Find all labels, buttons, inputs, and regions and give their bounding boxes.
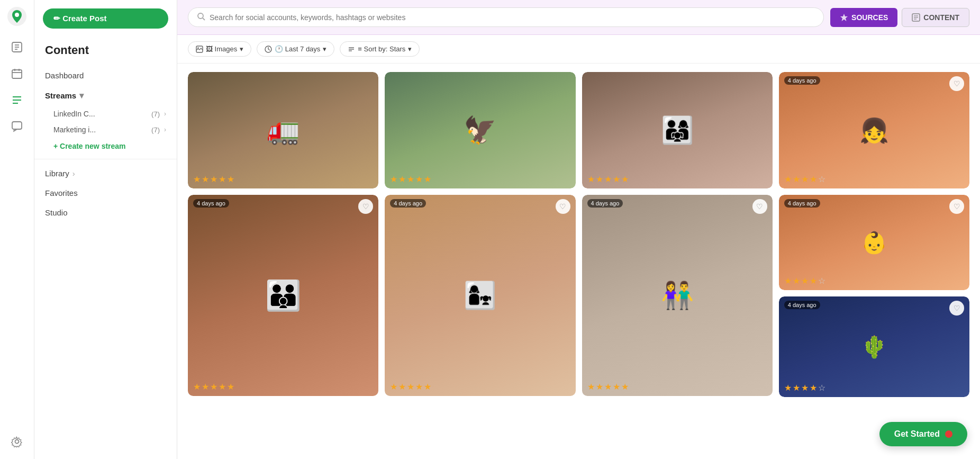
nav-item-library[interactable]: Library › [34,164,177,183]
streams-chevron-icon: ▾ [79,91,84,101]
filter-sort-label: ≡ Sort by: Stars [358,45,405,53]
filter-date-label: 🕐 Last 7 days [275,45,320,53]
svg-point-14 [15,440,19,444]
filter-sort-button[interactable]: ≡ Sort by: Stars ▾ [340,41,420,57]
stars-child-right: ★★★★☆ [784,276,825,286]
stars-couple: ★★★★★ [587,382,629,392]
icon-sidebar [0,0,34,459]
image-card-mom-child[interactable]: 👩‍👧 4 days ago ♡ ★★★★★ [385,195,575,397]
filter-images-button[interactable]: 🖼 Images ▾ [188,41,251,57]
image-card-child1[interactable]: 👧 4 days ago ♡ ★★★★☆ [779,72,969,188]
app-logo [7,6,27,26]
content-label: CONTENT [923,13,959,22]
image-card-couple[interactable]: 👫 4 days ago ♡ ★★★★★ [582,195,773,397]
nav-title: Content [34,39,177,66]
svg-line-25 [268,49,270,50]
nav-sub-linkedin[interactable]: LinkedIn C... (7) › [34,106,177,122]
library-chevron-icon: › [72,169,75,178]
heart-button-desert[interactable]: ♡ [949,301,964,316]
svg-point-22 [197,47,198,48]
timestamp-desert: 4 days ago [784,301,820,309]
main-area: SOURCES CONTENT 🖼 Images ▾ [177,0,980,459]
stars-child1: ★★★★☆ [784,174,825,184]
sources-button[interactable]: SOURCES [830,8,897,27]
marketing-chevron-icon: › [164,126,166,133]
search-icon [197,12,205,22]
image-card-desert[interactable]: 🌵 4 days ago ♡ ★★★★☆ [779,296,969,397]
sidebar-icon-chat[interactable] [6,115,28,138]
image-grid: 🚛 ★★★★★ 🦅 ★★★★★ 👨‍👩‍👧 ★★★★★ [177,64,980,459]
stars-desert: ★★★★☆ [784,383,825,393]
heart-button-mom-child[interactable]: ♡ [556,199,570,214]
svg-point-1 [15,13,19,17]
timestamp-child-right: 4 days ago [784,199,820,208]
stars-family1: ★★★★★ [587,174,629,184]
sidebar-icon-create[interactable] [6,36,28,58]
filter-images-label: 🖼 Images [206,45,237,53]
image-card-family2[interactable]: 👪 4 days ago ♡ ★★★★★ [188,195,378,397]
stars-truck: ★★★★★ [193,174,234,184]
stars-birds: ★★★★★ [390,174,431,184]
favorites-label: Favorites [45,188,78,197]
filter-bar: 🖼 Images ▾ 🕐 Last 7 days ▾ ≡ Sort by: St… [177,35,980,64]
linkedin-meta: (7) › [151,110,166,118]
filter-sort-chevron-icon: ▾ [408,45,412,53]
marketing-meta: (7) › [151,126,166,134]
nav-item-favorites[interactable]: Favorites [34,183,177,203]
heart-button-child-right[interactable]: ♡ [949,199,964,214]
timestamp-couple: 4 days ago [587,199,623,208]
create-new-stream-link[interactable]: + Create new stream [34,138,177,155]
svg-rect-13 [12,122,22,129]
get-started-button[interactable]: Get Started [879,422,967,446]
get-started-dot [945,430,952,438]
nav-item-streams[interactable]: Streams ▾ [34,85,177,106]
left-nav: ✏ Create Post Content Dashboard Streams … [34,0,177,459]
sidebar-icon-gear[interactable] [6,430,28,453]
filter-date-button[interactable]: 🕐 Last 7 days ▾ [257,41,334,57]
svg-rect-6 [12,70,22,78]
linkedin-label: LinkedIn C... [53,110,95,118]
search-box[interactable] [188,7,824,27]
top-bar: SOURCES CONTENT [177,0,980,35]
create-post-button[interactable]: ✏ Create Post [43,8,168,29]
heart-button-child1[interactable]: ♡ [949,76,964,91]
stars-family2: ★★★★★ [193,382,234,392]
svg-line-16 [203,18,205,20]
image-card-family1[interactable]: 👨‍👩‍👧 ★★★★★ [582,72,773,188]
linkedin-chevron-icon: › [164,110,166,118]
stars-mom-child: ★★★★★ [390,382,431,392]
image-card-child-right[interactable]: 👶 4 days ago ♡ ★★★★☆ [779,195,969,290]
library-label: Library [45,169,69,178]
streams-label: Streams [45,91,76,100]
heart-button-couple[interactable]: ♡ [752,199,767,214]
dashboard-label: Dashboard [45,71,84,80]
sidebar-icon-calendar[interactable] [6,62,28,85]
timestamp-family2: 4 days ago [193,199,229,208]
get-started-label: Get Started [894,429,940,439]
studio-label: Studio [45,208,68,217]
marketing-label: Marketing i... [53,125,96,134]
image-card-truck[interactable]: 🚛 ★★★★★ [188,72,378,188]
filter-images-chevron-icon: ▾ [240,45,243,53]
content-button[interactable]: CONTENT [902,8,969,27]
svg-point-15 [198,13,203,19]
filter-date-chevron-icon: ▾ [323,45,326,53]
image-card-birds[interactable]: 🦅 ★★★★★ [385,72,575,188]
timestamp-child1: 4 days ago [784,76,820,85]
nav-item-studio[interactable]: Studio [34,203,177,222]
top-bar-buttons: SOURCES CONTENT [830,8,969,27]
nav-divider-1 [34,159,177,159]
sources-label: SOURCES [851,13,888,22]
search-input[interactable] [210,13,815,22]
right-col-cards: 👶 4 days ago ♡ ★★★★☆ 🌵 4 days ago ♡ ★★★★… [779,195,969,397]
sidebar-icon-content[interactable] [6,89,28,111]
timestamp-mom-child: 4 days ago [390,199,426,208]
nav-sub-marketing[interactable]: Marketing i... (7) › [34,122,177,138]
nav-item-dashboard[interactable]: Dashboard [34,66,177,85]
